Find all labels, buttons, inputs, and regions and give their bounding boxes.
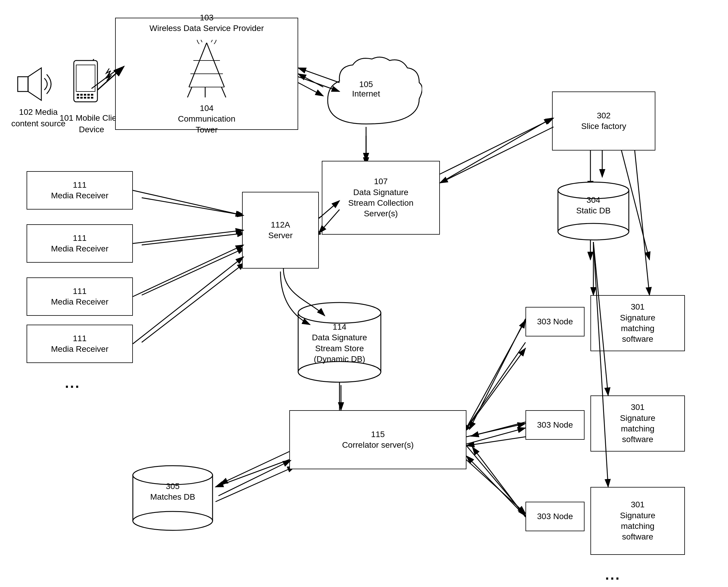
label-107: 107 Data SignatureStream CollectionServe… [348, 176, 414, 219]
svg-line-12 [142, 248, 245, 295]
svg-marker-26 [28, 68, 41, 100]
svg-line-68 [635, 150, 650, 295]
box-301c: 301Signaturematchingsoftware [590, 487, 685, 555]
svg-line-60 [440, 127, 553, 183]
svg-line-72 [133, 257, 244, 344]
svg-line-18 [460, 428, 525, 446]
svg-line-46 [222, 87, 226, 97]
label-112a: 112AServer [268, 219, 293, 241]
label-301a: 301Signaturematchingsoftware [620, 302, 655, 345]
svg-rect-33 [91, 94, 93, 96]
svg-rect-38 [91, 97, 93, 99]
box-115: 115Correlator server(s) [289, 410, 467, 469]
box-111a: 111Media Receiver [27, 171, 133, 210]
svg-line-20 [463, 342, 525, 432]
svg-line-59 [440, 118, 553, 174]
svg-line-10 [142, 198, 245, 215]
box-301b: 301Signaturematchingsoftware [590, 396, 685, 451]
svg-rect-32 [87, 94, 90, 96]
svg-line-70 [133, 230, 244, 243]
svg-rect-35 [80, 97, 83, 99]
media-content-source-icon [9, 65, 56, 104]
svg-line-13 [142, 263, 245, 342]
svg-line-22 [467, 456, 525, 516]
box-111b: 111Media Receiver [27, 224, 133, 263]
label-303b: 303 Node [537, 420, 573, 430]
label-103: 103 Wireless Data Service Provider [150, 13, 264, 34]
svg-line-45 [187, 87, 192, 97]
cloud-105: 105Internet [310, 53, 422, 136]
svg-line-83 [219, 461, 291, 496]
box-112a: 112AServer [242, 192, 319, 268]
mobile-client-device-icon [68, 59, 103, 110]
box-302: 302Slice factory [552, 92, 655, 150]
label-111b: 111Media Receiver [51, 233, 109, 254]
svg-line-80 [471, 422, 525, 436]
ellipsis-receivers: ... [65, 375, 80, 391]
svg-line-40 [189, 43, 207, 87]
svg-rect-36 [84, 97, 86, 99]
cylinder-304: 304Static DB [552, 177, 635, 242]
box-103: 103 Wireless Data Service Provider [115, 18, 298, 130]
svg-line-81 [472, 447, 525, 517]
box-301a: 301Signaturematchingsoftware [590, 295, 685, 351]
svg-line-77 [467, 423, 525, 437]
svg-line-69 [133, 190, 244, 215]
svg-line-11 [142, 233, 245, 245]
label-302: 302Slice factory [581, 110, 627, 132]
label-101: 101 Mobile Client Device [59, 112, 124, 135]
svg-line-17 [460, 348, 525, 437]
cylinder-305: 305Matches DB [127, 461, 219, 531]
svg-line-23 [215, 457, 295, 487]
svg-line-24 [215, 466, 295, 502]
svg-rect-34 [77, 97, 79, 99]
box-303c: 303 Node [525, 502, 585, 531]
svg-line-41 [207, 43, 224, 87]
svg-line-21 [467, 437, 525, 446]
cylinder-114: 114Data SignatureStream Store(Dynamic DB… [289, 295, 390, 384]
label-115: 115Correlator server(s) [342, 429, 414, 451]
svg-point-49 [298, 303, 381, 323]
svg-rect-31 [84, 94, 86, 96]
svg-rect-25 [18, 77, 28, 92]
svg-rect-29 [77, 94, 79, 96]
label-111a: 111Media Receiver [51, 180, 109, 201]
svg-rect-28 [76, 65, 95, 92]
label-111c: 111Media Receiver [51, 286, 109, 307]
svg-line-82 [220, 451, 289, 484]
svg-line-79 [470, 319, 525, 429]
box-303b: 303 Node [525, 410, 585, 440]
box-107: 107 Data SignatureStream CollectionServe… [322, 161, 440, 235]
label-303c: 303 Node [537, 511, 573, 522]
svg-line-71 [133, 245, 244, 297]
svg-point-53 [558, 224, 629, 240]
svg-line-19 [460, 454, 525, 514]
ellipsis-bottom: ... [605, 567, 620, 583]
box-111d: 111Media Receiver [27, 325, 133, 363]
box-303a: 303 Node [525, 307, 585, 336]
svg-line-6 [440, 118, 552, 183]
svg-rect-30 [80, 94, 83, 96]
box-111c: 111Media Receiver [27, 277, 133, 316]
label-301b: 301Signaturematchingsoftware [620, 402, 655, 445]
svg-line-78 [467, 446, 525, 516]
label-111d: 111Media Receiver [51, 333, 109, 355]
svg-rect-37 [87, 97, 90, 99]
label-303a: 303 Node [537, 316, 573, 327]
label-301c: 301Signaturematchingsoftware [620, 499, 655, 542]
diagram: 102 Media content source 101 Mobile Clie… [0, 0, 728, 587]
svg-point-56 [133, 512, 212, 530]
svg-line-76 [467, 320, 525, 428]
